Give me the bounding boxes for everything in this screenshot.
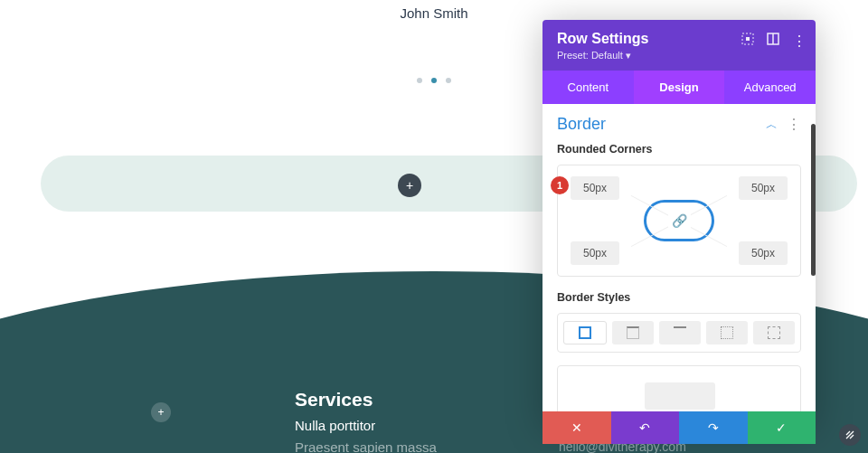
resize-icon — [844, 429, 855, 440]
corner-bottom-right-input[interactable] — [739, 241, 788, 265]
preset-selector[interactable]: Preset: Default ▾ — [557, 50, 801, 61]
redo-button[interactable]: ↷ — [679, 411, 748, 444]
panel-footer: ✕ ↶ ↷ ✓ — [542, 411, 816, 444]
svg-rect-1 — [746, 37, 750, 41]
border-extra-control — [557, 365, 801, 416]
panel-scrollbar[interactable] — [811, 124, 816, 276]
border-style-right[interactable] — [659, 321, 701, 344]
snap-icon[interactable] — [741, 33, 754, 50]
border-styles-control — [557, 313, 801, 353]
border-style-top[interactable] — [612, 321, 654, 344]
link-corners-toggle[interactable]: 🔗 — [644, 200, 714, 241]
border-style-dotted[interactable] — [706, 321, 748, 344]
undo-button[interactable]: ↶ — [611, 411, 680, 444]
slider-dot-active[interactable] — [431, 78, 437, 83]
author-name: John Smith — [0, 5, 868, 21]
corner-top-left-input[interactable] — [571, 176, 619, 200]
save-button[interactable]: ✓ — [748, 411, 816, 444]
slider-dot[interactable] — [417, 78, 422, 83]
settings-tabs: Content Design Advanced — [542, 71, 816, 104]
rounded-corners-label: Rounded Corners — [557, 143, 801, 156]
corner-top-right-input[interactable] — [739, 176, 788, 200]
slider-dot[interactable] — [446, 78, 451, 83]
tab-advanced[interactable]: Advanced — [724, 71, 816, 104]
undo-icon: ↶ — [639, 420, 650, 435]
section-kebab-icon[interactable]: ⋮ — [787, 116, 801, 133]
resize-handle[interactable] — [839, 424, 861, 446]
cancel-button[interactable]: ✕ — [542, 411, 611, 444]
tab-design[interactable]: Design — [634, 71, 725, 104]
check-icon: ✓ — [776, 420, 787, 435]
services-item: Praesent sapien massa — [295, 439, 437, 453]
panel-header[interactable]: Row Settings Preset: Default ▾ ⋮ — [542, 20, 816, 71]
corner-bottom-left-input[interactable] — [571, 241, 619, 265]
callout-badge: 1 — [551, 176, 569, 194]
kebab-menu-icon[interactable]: ⋮ — [792, 33, 807, 50]
tab-content[interactable]: Content — [542, 71, 634, 104]
services-heading: Services — [295, 389, 373, 411]
border-preview — [645, 382, 715, 410]
rounded-corners-control: 🔗 — [557, 165, 801, 277]
chevron-down-icon: ▾ — [626, 50, 631, 61]
row-settings-panel: Row Settings Preset: Default ▾ ⋮ Content… — [542, 20, 816, 427]
chevron-up-icon[interactable]: ︿ — [766, 117, 778, 133]
border-style-dashed[interactable] — [753, 321, 795, 344]
border-section: Border ︿ ⋮ Rounded Corners 🔗 Border Styl… — [542, 104, 816, 427]
border-styles-label: Border Styles — [557, 291, 801, 304]
add-section-button[interactable]: + — [151, 402, 171, 422]
close-icon: ✕ — [571, 420, 582, 435]
services-item: Nulla porttitor — [295, 418, 375, 433]
section-title-border[interactable]: Border — [557, 115, 606, 134]
expand-icon[interactable] — [767, 33, 779, 50]
link-icon: 🔗 — [668, 213, 691, 228]
redo-icon: ↷ — [708, 420, 719, 435]
border-style-all[interactable] — [563, 321, 607, 344]
add-module-button[interactable]: + — [398, 174, 421, 197]
